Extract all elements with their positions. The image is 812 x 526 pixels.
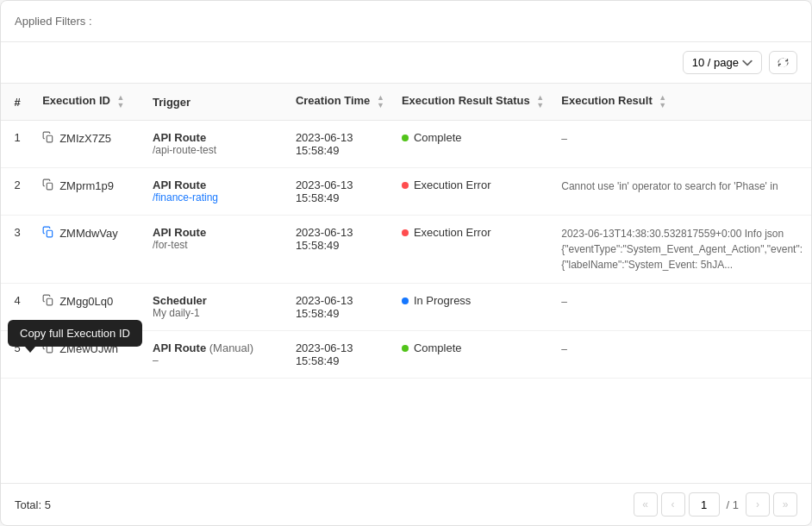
cell-result-4: – <box>553 284 811 331</box>
table-row: 3ZMMdwVayAPI Route/for-test2023-06-13 15… <box>1 216 811 284</box>
page-number-input[interactable] <box>689 492 720 517</box>
execution-id-text: ZMprm1p9 <box>59 179 114 192</box>
cell-result-5: – <box>553 331 811 379</box>
status-text: Execution Error <box>414 226 491 239</box>
trigger-route: /api-route-test <box>153 144 278 156</box>
result-text: – <box>561 294 803 310</box>
cell-status-5: Complete <box>393 331 553 379</box>
sort-icon-execution-id: ▲▼ <box>117 94 125 110</box>
cell-result-2: Cannot use 'in' operator to search for '… <box>553 168 811 216</box>
cell-creation-time-2: 2023-06-13 15:58:49 <box>287 168 393 216</box>
trigger-name: API Route <box>153 131 278 144</box>
copy-icon[interactable] <box>42 178 54 193</box>
trigger-route: – <box>153 354 278 366</box>
cell-trigger-3: API Route/for-test <box>144 216 287 284</box>
prev-page-button[interactable]: ‹ <box>661 492 685 517</box>
status-dot <box>402 345 409 352</box>
tooltip-label: Copy full Execution ID <box>20 327 130 340</box>
col-header-execution-id[interactable]: Execution ID ▲▼ <box>34 84 144 121</box>
col-header-result-status[interactable]: Execution Result Status ▲▼ <box>393 84 553 121</box>
filters-bar: Applied Filters : <box>1 1 811 42</box>
status-dot <box>402 229 409 236</box>
cell-execution-id-2: ZMprm1p9 <box>34 168 144 216</box>
result-text: 2023-06-13T14:38:30.532817559+0:00 Info … <box>561 226 803 272</box>
svg-rect-0 <box>47 135 52 142</box>
trigger-name: API Route <box>153 178 278 191</box>
per-page-label: 10 / page <box>692 56 739 69</box>
tooltip-arrow <box>25 347 35 353</box>
trigger-route: My daily-1 <box>153 307 278 319</box>
status-dot <box>402 182 409 189</box>
cell-num-2: 2 <box>1 168 34 216</box>
cell-creation-time-5: 2023-06-13 15:58:49 <box>287 331 393 379</box>
status-text: Execution Error <box>414 178 491 191</box>
cell-creation-time-4: 2023-06-13 15:58:49 <box>287 284 393 331</box>
cell-status-4: In Progress <box>393 284 553 331</box>
cell-trigger-1: API Route/api-route-test <box>144 121 287 168</box>
main-container: Applied Filters : 10 / page # <box>0 0 812 526</box>
sort-icon-result-status: ▲▼ <box>536 94 544 110</box>
first-page-button[interactable]: « <box>634 492 658 517</box>
per-page-button[interactable]: 10 / page <box>683 51 762 74</box>
result-text: – <box>561 341 803 357</box>
cell-result-3: 2023-06-13T14:38:30.532817559+0:00 Info … <box>553 216 811 284</box>
svg-rect-2 <box>47 230 52 237</box>
cell-num-1: 1 <box>1 121 34 168</box>
table-header-row: # Execution ID ▲▼ Trigger Creation Time … <box>1 84 811 121</box>
table-wrapper: # Execution ID ▲▼ Trigger Creation Time … <box>1 83 811 483</box>
trigger-name: Scheduler <box>153 294 278 307</box>
cell-status-3: Execution Error <box>393 216 553 284</box>
col-header-execution-result[interactable]: Execution Result ▲▼ <box>553 84 811 121</box>
trigger-name: API Route (Manual) <box>153 341 278 354</box>
cell-status-2: Execution Error <box>393 168 553 216</box>
refresh-button[interactable] <box>769 51 797 74</box>
copy-icon[interactable] <box>42 294 54 309</box>
cell-status-1: Complete <box>393 121 553 168</box>
result-text: Cannot use 'in' operator to search for '… <box>561 178 803 194</box>
table-row: 1ZMIzX7Z5API Route/api-route-test2023-06… <box>1 121 811 168</box>
col-header-num: # <box>1 84 34 121</box>
cell-trigger-5: API Route (Manual)– <box>144 331 287 379</box>
table-footer: Total: 5 « ‹ / 1 › » <box>1 483 811 525</box>
status-dot <box>402 297 409 304</box>
chevron-down-icon <box>742 58 753 68</box>
cell-trigger-4: SchedulerMy daily-1 <box>144 284 287 331</box>
table-row: 2ZMprm1p9API Route/finance-rating2023-06… <box>1 168 811 216</box>
execution-id-text: ZMIzX7Z5 <box>59 132 111 145</box>
page-separator: / 1 <box>723 498 742 511</box>
last-page-button[interactable]: » <box>773 492 797 517</box>
svg-rect-4 <box>47 346 52 353</box>
trigger-route[interactable]: /finance-rating <box>153 191 278 204</box>
execution-id-text: ZMgg0Lq0 <box>59 295 113 308</box>
col-header-creation-time[interactable]: Creation Time ▲▼ <box>287 84 393 121</box>
cell-creation-time-3: 2023-06-13 15:58:49 <box>287 216 393 284</box>
cell-trigger-2: API Route/finance-rating <box>144 168 287 216</box>
copy-icon[interactable] <box>42 226 54 241</box>
cell-result-1: – <box>553 121 811 168</box>
pagination: « ‹ / 1 › » <box>634 492 797 517</box>
next-page-button[interactable]: › <box>746 492 770 517</box>
cell-num-3: 3 <box>1 216 34 284</box>
svg-rect-1 <box>47 183 52 190</box>
toolbar: 10 / page <box>1 42 811 83</box>
status-dot <box>402 135 409 141</box>
status-text: In Progress <box>414 294 471 307</box>
refresh-icon <box>777 56 790 69</box>
cell-execution-id-3: ZMMdwVay <box>34 216 144 284</box>
cell-creation-time-1: 2023-06-13 15:58:49 <box>287 121 393 168</box>
result-text: – <box>561 131 803 147</box>
trigger-name: API Route <box>153 226 278 239</box>
sort-icon-creation-time: ▲▼ <box>377 94 384 110</box>
status-text: Complete <box>414 341 462 354</box>
copy-icon[interactable] <box>42 131 54 146</box>
svg-rect-3 <box>47 298 52 305</box>
cell-execution-id-1: ZMIzX7Z5 <box>34 121 144 168</box>
trigger-route: /for-test <box>153 239 278 251</box>
filters-label: Applied Filters : <box>15 15 92 28</box>
execution-id-text: ZMMdwVay <box>59 227 118 240</box>
sort-icon-execution-result: ▲▼ <box>659 94 666 110</box>
copy-execution-id-tooltip[interactable]: Copy full Execution ID <box>8 320 142 347</box>
total-count: Total: 5 <box>15 498 51 511</box>
col-header-trigger: Trigger <box>144 84 287 121</box>
status-text: Complete <box>414 131 462 144</box>
